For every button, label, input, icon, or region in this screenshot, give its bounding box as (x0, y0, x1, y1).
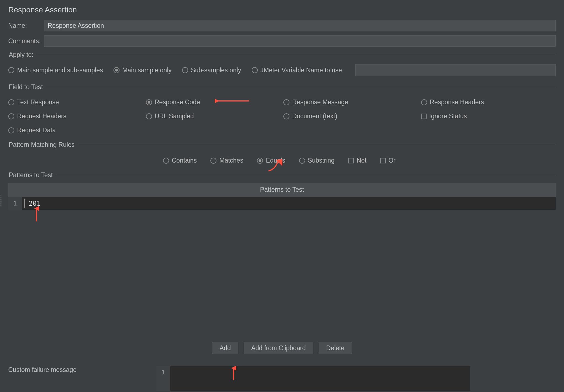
radio-icon (113, 67, 120, 73)
radio-label: Main sample and sub-samples (17, 67, 103, 74)
radio-matches[interactable]: Matches (210, 157, 243, 164)
checkbox-icon (348, 158, 354, 163)
radio-substring[interactable]: Substring (299, 157, 335, 164)
check-label: Or (389, 157, 396, 164)
radio-label: Request Headers (17, 113, 66, 120)
radio-label: Equals (266, 157, 285, 164)
radio-icon (182, 67, 188, 73)
radio-icon (163, 158, 169, 164)
row-number: 1 (8, 197, 22, 210)
radio-text-response[interactable]: Text Response (8, 98, 138, 106)
radio-icon (8, 67, 14, 73)
page-title: Response Assertion (8, 6, 556, 14)
radio-label: Contains (172, 157, 197, 164)
checkbox-icon (380, 158, 386, 163)
add-button[interactable]: Add (212, 342, 238, 354)
check-label: Not (357, 157, 367, 164)
radio-label: Document (text) (292, 113, 337, 120)
radio-response-code[interactable]: Response Code (146, 98, 275, 106)
check-or[interactable]: Or (380, 157, 396, 164)
field-to-test-fieldset: Field to Test Text Response Response Cod… (8, 83, 556, 137)
check-label: Ignore Status (429, 113, 467, 120)
radio-label: Response Code (155, 98, 200, 106)
radio-url-sampled[interactable]: URL Sampled (146, 113, 275, 120)
radio-icon (252, 67, 258, 73)
check-ignore-status[interactable]: Ignore Status (421, 113, 551, 120)
drag-handle[interactable] (1, 195, 1, 206)
patterns-to-test-fieldset: Patterns to Test Patterns to Test 1 201 … (8, 171, 556, 357)
radio-label: Request Data (17, 127, 56, 134)
custom-failure-row: Custom failure message 1 (8, 366, 556, 391)
radio-main-only[interactable]: Main sample only (113, 67, 172, 74)
radio-icon (421, 99, 427, 105)
radio-request-data[interactable]: Request Data (8, 127, 138, 134)
name-label: Name: (8, 22, 44, 29)
add-from-clipboard-button[interactable]: Add from Clipboard (244, 342, 313, 354)
pattern-cell[interactable]: 201 (22, 197, 556, 210)
radio-contains[interactable]: Contains (163, 157, 197, 164)
jmeter-var-input[interactable] (355, 64, 556, 76)
name-input[interactable] (44, 20, 556, 31)
radio-label: Sub-samples only (191, 67, 241, 74)
radio-icon (283, 99, 289, 105)
radio-response-message[interactable]: Response Message (283, 98, 413, 106)
radio-icon (8, 127, 14, 133)
radio-label: Response Headers (430, 98, 484, 106)
comments-label: Comments: (8, 37, 44, 45)
radio-label: Text Response (17, 98, 59, 106)
pattern-matching-fieldset: Pattern Matching Rules Contains Matches … (8, 141, 556, 167)
radio-main-and-sub[interactable]: Main sample and sub-samples (8, 67, 103, 74)
pattern-matching-legend: Pattern Matching Rules (8, 141, 78, 149)
radio-icon (210, 158, 216, 164)
radio-icon (8, 99, 14, 105)
delete-button[interactable]: Delete (319, 342, 352, 354)
radio-sub-only[interactable]: Sub-samples only (182, 67, 241, 74)
radio-label: Response Message (292, 98, 348, 106)
patterns-to-test-legend: Patterns to Test (8, 171, 56, 179)
radio-icon (283, 113, 289, 119)
check-not[interactable]: Not (348, 157, 367, 164)
radio-document-text[interactable]: Document (text) (283, 113, 413, 120)
comments-input[interactable] (44, 35, 556, 47)
apply-to-legend: Apply to: (8, 51, 37, 59)
radio-jmeter-var[interactable]: JMeter Variable Name to use (252, 67, 342, 74)
radio-icon (146, 99, 152, 105)
radio-label: Substring (308, 157, 335, 164)
field-to-test-legend: Field to Test (8, 83, 46, 91)
radio-label: Main sample only (122, 67, 172, 74)
radio-label: URL Sampled (155, 113, 194, 120)
table-row[interactable]: 1 201 (8, 197, 556, 210)
radio-equals[interactable]: Equals (257, 157, 285, 164)
checkbox-icon (421, 114, 427, 119)
pattern-value: 201 (29, 200, 40, 207)
custom-failure-cell[interactable] (170, 366, 470, 391)
radio-icon (299, 158, 305, 164)
apply-to-fieldset: Apply to: Main sample and sub-samples Ma… (8, 51, 556, 79)
radio-label: Matches (219, 157, 243, 164)
custom-failure-textarea[interactable]: 1 (156, 366, 470, 391)
custom-failure-label: Custom failure message (8, 366, 77, 374)
radio-response-headers[interactable]: Response Headers (421, 98, 551, 106)
radio-icon (8, 113, 14, 119)
radio-label: JMeter Variable Name to use (261, 67, 342, 74)
radio-icon (146, 113, 152, 119)
patterns-table-header: Patterns to Test (8, 183, 556, 197)
radio-request-headers[interactable]: Request Headers (8, 113, 138, 120)
radio-icon (257, 158, 263, 164)
row-number: 1 (156, 366, 170, 391)
